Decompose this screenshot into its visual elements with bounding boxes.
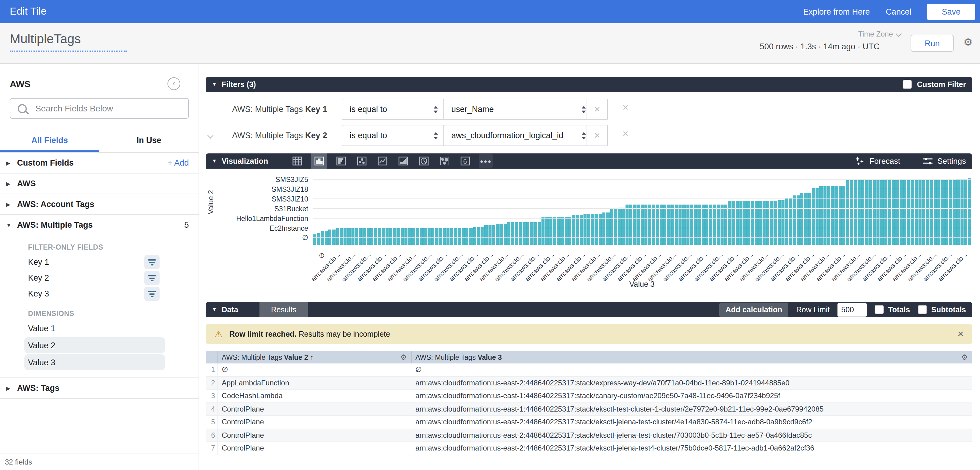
bar[interactable]	[347, 228, 351, 245]
bar[interactable]	[660, 205, 663, 245]
bar[interactable]	[515, 222, 518, 245]
bar[interactable]	[922, 180, 926, 245]
bar[interactable]	[721, 205, 724, 245]
bar[interactable]	[717, 205, 720, 245]
bar[interactable]	[564, 218, 568, 245]
bar[interactable]	[557, 218, 560, 245]
bar[interactable]	[858, 180, 861, 245]
bar[interactable]	[873, 180, 876, 245]
bar[interactable]	[561, 218, 564, 245]
bar[interactable]	[899, 180, 903, 245]
timezone-dropdown[interactable]: Time Zone	[858, 30, 901, 38]
bar[interactable]	[614, 209, 617, 245]
bar[interactable]	[351, 228, 355, 245]
bar[interactable]	[960, 179, 964, 245]
bar[interactable]	[576, 215, 579, 245]
bar[interactable]	[918, 180, 922, 245]
bar[interactable]	[686, 205, 689, 245]
bar[interactable]	[907, 180, 910, 245]
bar[interactable]	[698, 205, 701, 245]
bar[interactable]	[511, 222, 514, 245]
table-row[interactable]: 1 ∅ ∅	[206, 364, 972, 376]
collapse-sidebar-icon[interactable]: ‹	[167, 77, 180, 90]
bar[interactable]	[355, 228, 358, 245]
explore-from-here-link[interactable]: Explore from Here	[803, 7, 870, 16]
bar[interactable]	[880, 180, 884, 245]
tab-in-use[interactable]: In Use	[99, 131, 199, 152]
bar[interactable]	[313, 235, 317, 245]
bar[interactable]	[869, 180, 872, 245]
sidebar-section-tags[interactable]: ▶ AWS: Tags	[0, 378, 199, 399]
bar[interactable]	[926, 180, 929, 245]
bar[interactable]	[572, 215, 575, 245]
bar[interactable]	[363, 228, 366, 245]
bar[interactable]	[397, 228, 400, 245]
remove-filter-icon[interactable]: ×	[622, 129, 628, 139]
column-gear-icon[interactable]: ⚙	[400, 353, 407, 361]
single-value-icon[interactable]: 6	[458, 154, 472, 168]
add-calculation-button[interactable]: Add calculation	[719, 302, 788, 317]
filter-icon[interactable]	[144, 287, 159, 301]
bar[interactable]	[568, 218, 572, 245]
bar[interactable]	[420, 228, 423, 245]
clear-value-icon[interactable]: ×	[587, 125, 607, 146]
forecast-button[interactable]: Forecast	[856, 156, 900, 165]
subtotals-checkbox[interactable]	[918, 305, 927, 314]
bar[interactable]	[546, 218, 549, 245]
bar[interactable]	[816, 188, 819, 245]
bar[interactable]	[648, 205, 651, 245]
field-value-3[interactable]: Value 3	[24, 354, 165, 370]
line-chart-icon[interactable]	[375, 154, 389, 168]
bar[interactable]	[439, 228, 442, 245]
bar[interactable]	[808, 193, 811, 245]
bar[interactable]	[842, 186, 846, 245]
bar[interactable]	[823, 186, 827, 245]
bar[interactable]	[637, 205, 640, 245]
bar[interactable]	[774, 201, 777, 245]
table-row[interactable]: 4 ControlPlane arn:aws:cloudformation:us…	[206, 403, 972, 416]
bar[interactable]	[934, 180, 937, 245]
visualization-header-bar[interactable]: ▼ Visualization	[206, 153, 972, 168]
bar[interactable]	[675, 205, 678, 245]
bar[interactable]	[728, 201, 732, 245]
bar[interactable]	[766, 201, 770, 245]
table-chart-icon[interactable]	[290, 154, 304, 168]
sidebar-section-aws[interactable]: ▶ AWS	[0, 173, 199, 194]
totals-toggle[interactable]: Totals	[875, 305, 910, 314]
sidebar-section-account-tags[interactable]: ▶ AWS: Account Tags	[0, 194, 199, 215]
bar[interactable]	[382, 228, 385, 245]
bar[interactable]	[835, 186, 838, 245]
bar[interactable]	[884, 180, 888, 245]
bar[interactable]	[694, 205, 697, 245]
bar[interactable]	[408, 228, 412, 245]
bar[interactable]	[393, 228, 396, 245]
bar[interactable]	[945, 180, 948, 245]
bar[interactable]	[622, 207, 625, 245]
bar[interactable]	[690, 205, 694, 245]
bar[interactable]	[941, 180, 945, 245]
bar[interactable]	[655, 205, 659, 245]
bar[interactable]	[523, 222, 526, 245]
filters-header-bar[interactable]: ▼ Filters (3) Custom Filter	[206, 77, 972, 92]
run-button[interactable]: Run	[910, 35, 954, 52]
table-row[interactable]: 2 AppLambdaFunction arn:aws:cloudformati…	[206, 376, 972, 390]
bar[interactable]	[709, 205, 712, 245]
bar[interactable]	[427, 228, 431, 245]
bar[interactable]	[724, 205, 727, 245]
table-row[interactable]: 5 ControlPlane arn:aws:cloudformation:us…	[206, 416, 972, 429]
filter-value-select[interactable]: aws_cloudformation_logical_id ×	[444, 125, 608, 146]
bar[interactable]	[317, 233, 320, 245]
chevron-down-icon[interactable]	[207, 132, 213, 138]
bar[interactable]	[800, 193, 804, 245]
bar[interactable]	[930, 180, 933, 245]
bar[interactable]	[644, 205, 648, 245]
bar[interactable]	[503, 224, 507, 245]
bar[interactable]	[964, 179, 967, 245]
bar[interactable]	[610, 209, 613, 245]
bar[interactable]	[888, 180, 891, 245]
field-key-3[interactable]: Key 3	[0, 286, 199, 302]
bar[interactable]	[751, 201, 754, 245]
pie-chart-icon[interactable]	[417, 154, 431, 168]
bar[interactable]	[827, 186, 830, 245]
bar[interactable]	[892, 180, 895, 245]
